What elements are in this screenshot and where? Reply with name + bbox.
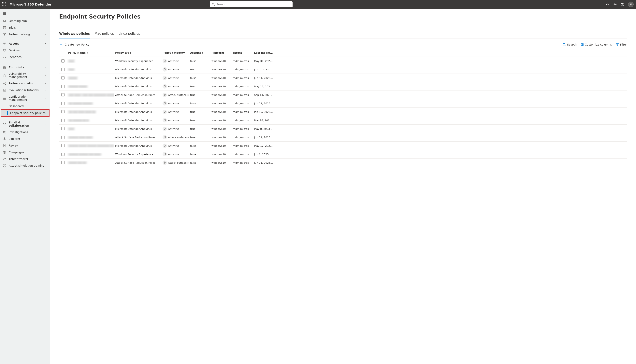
tab-mac-policies[interactable]: Mac policies: [95, 30, 114, 38]
row-checkbox[interactable]: [61, 102, 65, 105]
row-checkbox[interactable]: [61, 59, 65, 62]
row-checkbox[interactable]: [61, 152, 65, 156]
category-icon: [163, 93, 167, 97]
avatar[interactable]: SA: [628, 2, 634, 7]
sidebar-item-trials[interactable]: Trials: [0, 24, 50, 31]
campaign-icon: [3, 150, 6, 154]
cell-platform: windows10: [210, 128, 232, 130]
tab-windows-policies[interactable]: Windows policies: [59, 30, 90, 38]
svg-point-22: [5, 82, 6, 83]
cell-target: mdm,microsoftSense: [232, 85, 253, 88]
global-search[interactable]: [210, 2, 293, 7]
cell-assigned: false: [189, 144, 210, 147]
scrollbar[interactable]: ▴ ▾: [634, 9, 636, 364]
hamburger-icon[interactable]: [0, 10, 50, 18]
cell-policy-name: xx xxxxxx xx x: [67, 119, 114, 122]
column-header-last-modified[interactable]: Last modified: [253, 51, 275, 54]
cell-policy-category: Attack surface redu...: [161, 93, 189, 97]
scroll-down-icon[interactable]: ▾: [634, 362, 636, 364]
create-policy-button[interactable]: + Create new Policy: [59, 42, 89, 46]
svg-rect-11: [3, 43, 4, 44]
row-checkbox[interactable]: [61, 136, 65, 139]
review-icon: [3, 144, 6, 147]
column-header-target[interactable]: Target: [232, 51, 253, 54]
table-row[interactable]: xxxMicrosoft Defender AntivirusAntivirus…: [59, 65, 627, 74]
sidebar-item-campaigns[interactable]: Campaigns: [0, 149, 50, 156]
row-checkbox[interactable]: [61, 119, 65, 122]
cell-policy-type: Attack Surface Reduction Rules: [114, 136, 161, 139]
sidebar-sub-dashboard[interactable]: Dashboard: [0, 103, 50, 109]
table-row[interactable]: xxxxx xxx xxAttack Surface Reduction Rul…: [59, 158, 627, 167]
column-header-policy-category[interactable]: Policy category: [161, 51, 189, 54]
sidebar-item-threat-tracker[interactable]: Threat tracker: [0, 156, 50, 162]
row-checkbox[interactable]: [61, 161, 65, 164]
cell-policy-name: xxxxx: [67, 76, 114, 80]
table-row[interactable]: xx xxxxxx xxxxxxMicrosoft Defender Antiv…: [59, 99, 627, 108]
table-row[interactable]: xxxxxMicrosoft Defender AntivirusAntivir…: [59, 74, 627, 82]
gear-icon[interactable]: [613, 2, 617, 6]
sidebar-item-partners-and-apis[interactable]: Partners and APIs: [0, 80, 50, 87]
cell-policy-category: Attack surface redu...: [161, 135, 189, 140]
sidebar-sub-endpoint-security-policies[interactable]: Endpoint security policies: [2, 110, 49, 116]
tab-linux-policies[interactable]: Linux policies: [119, 30, 140, 38]
cell-policy-category: Antivirus: [161, 110, 189, 114]
row-checkbox[interactable]: [61, 144, 65, 147]
sidebar-item-learning-hub[interactable]: Learning hub: [0, 18, 50, 24]
svg-rect-7: [3, 26, 6, 29]
table-row[interactable]: xxxxxx xxxxx xxxxxx xxxxxxxx xxMicrosoft…: [59, 142, 627, 150]
sidebar-item-explorer[interactable]: Explorer: [0, 136, 50, 142]
table-row[interactable]: xxxxxx xxxx xxxxAttack Surface Reduction…: [59, 133, 627, 142]
sidebar-item-vulnerability-management[interactable]: Vulnerability management: [0, 70, 50, 80]
column-header-assigned[interactable]: Assigned: [189, 51, 210, 54]
sidebar-item-partner-catalog[interactable]: Partner catalog: [0, 31, 50, 38]
sidebar-item-configuration-management[interactable]: Configuration management: [0, 94, 50, 103]
row-checkbox[interactable]: [61, 127, 65, 130]
table-row[interactable]: xx xxx xxxx xxxx xxMicrosoft Defender An…: [59, 108, 627, 116]
sidebar-item-investigations[interactable]: Investigations: [0, 129, 50, 136]
sidebar-item-assets[interactable]: Assets: [0, 40, 50, 47]
app-launcher-icon[interactable]: [2, 2, 6, 6]
create-label: Create new Policy: [65, 43, 89, 46]
sidebar: Learning hubTrialsPartner catalogAssetsD…: [0, 9, 50, 364]
search-input[interactable]: [216, 3, 291, 6]
row-checkbox[interactable]: [61, 68, 65, 71]
sidebar-item-evaluation-tutorials[interactable]: Evaluation & tutorials: [0, 87, 50, 94]
explorer-icon: [3, 137, 6, 140]
row-checkbox[interactable]: [61, 93, 65, 96]
table-row[interactable]: xxxMicrosoft Defender AntivirusAntivirus…: [59, 124, 627, 133]
scroll-up-icon[interactable]: ▴: [634, 9, 636, 11]
person-icon: [3, 55, 6, 59]
table-row[interactable]: xxxxxx xxxxxx xxx xxxxWindows Security E…: [59, 150, 627, 158]
cell-modified: Jun 11, 2023 11:22 ...: [253, 136, 275, 139]
customize-columns-button[interactable]: Customize columns: [580, 43, 612, 46]
link-icon[interactable]: [606, 2, 609, 6]
table-row[interactable]: xxxWindows Security ExperienceAntivirusf…: [59, 57, 627, 65]
cell-modified: Jun 12, 2023 12:51 ...: [253, 102, 275, 105]
table-row[interactable]: xxxxxx xxxxxMicrosoft Defender Antivirus…: [59, 82, 627, 91]
table-row[interactable]: xx xxxxxx xx xMicrosoft Defender Antivir…: [59, 116, 627, 124]
svg-point-21: [3, 83, 4, 84]
svg-rect-26: [3, 98, 6, 98]
help-icon[interactable]: [620, 2, 624, 6]
sidebar-item-devices[interactable]: Devices: [0, 47, 50, 54]
row-checkbox[interactable]: [61, 85, 65, 88]
sidebar-item-review[interactable]: Review: [0, 142, 50, 149]
sidebar-item-attack-simulation-training[interactable]: Attack simulation training: [0, 162, 50, 169]
category-icon: [163, 160, 167, 165]
row-checkbox[interactable]: [61, 76, 65, 80]
column-header-policy-type[interactable]: Policy type: [114, 51, 161, 54]
sidebar-item-identities[interactable]: Identities: [0, 54, 50, 60]
filter-button[interactable]: Filter: [616, 43, 627, 46]
sidebar-item-endpoints[interactable]: Endpoints: [0, 64, 50, 70]
cell-assigned: true: [189, 110, 210, 114]
column-header-policy-name[interactable]: Policy Name↑: [67, 51, 114, 54]
partner-icon: [3, 32, 6, 36]
search-button[interactable]: Search: [563, 43, 576, 46]
category-icon: [163, 118, 167, 122]
row-checkbox[interactable]: [61, 110, 65, 114]
column-header-platform[interactable]: Platform: [210, 51, 232, 54]
cell-policy-name: xx xxx xxxx xxxx xx: [67, 110, 114, 114]
table-row[interactable]: xxx xxxx - xxx xxx xxxxxxxx xxxxxxAttack…: [59, 91, 627, 99]
cell-policy-type: Microsoft Defender Antivirus: [114, 119, 161, 122]
sidebar-item-email-collaboration[interactable]: Email & collaboration: [0, 119, 50, 129]
